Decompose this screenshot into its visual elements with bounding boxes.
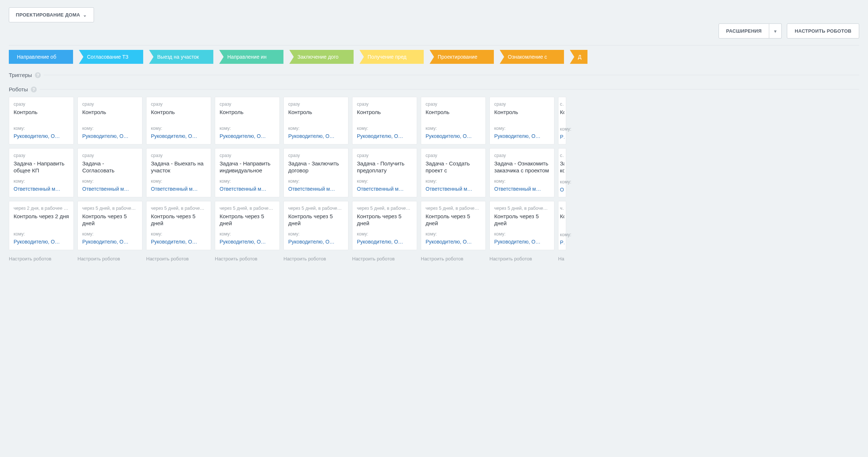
card-to-label: кому:: [220, 126, 275, 131]
robot-card[interactable]: сразуКонтролькому:Руководителю, О…: [489, 97, 554, 145]
card-title: Ко: [560, 213, 564, 220]
robot-card[interactable]: сразуКонтролькому:Руководителю, О…: [77, 97, 142, 145]
robot-card[interactable]: сразуЗадача - Заключить договоркому:Отве…: [283, 148, 348, 197]
card-to-label: кому:: [82, 126, 138, 131]
card-when: через 5 дней, в рабочее …: [426, 206, 481, 211]
robot-card[interactable]: через 5 дней, в рабочее …Контроль через …: [215, 201, 280, 250]
card-to-value: Ответственный м…: [82, 186, 138, 192]
stage-item[interactable]: Проектирование: [430, 50, 494, 64]
robot-card[interactable]: сразуЗадача - Выехать на участоккому:Отв…: [146, 148, 211, 197]
card-to-value: Руководителю, О…: [426, 133, 481, 139]
configure-robots-link[interactable]: Настроить роботов: [352, 256, 417, 262]
card-spacer: [426, 176, 481, 177]
card-to-label: кому:: [288, 126, 344, 131]
robot-card[interactable]: через 5 дней, в рабочее …Контроль через …: [77, 201, 142, 250]
card-spacer: [220, 118, 275, 124]
card-to-value: Руководителю, О…: [14, 239, 69, 245]
robot-card[interactable]: через 5 дней, в рабочее …Контроль через …: [146, 201, 211, 250]
card-to-label: кому:: [14, 231, 69, 237]
stage-item[interactable]: Получение предопл…: [359, 50, 424, 64]
configure-robots-link[interactable]: Настроить роботов: [489, 256, 554, 262]
help-icon[interactable]: ?: [31, 87, 37, 92]
card-when: через 5 дней, в рабочее …: [82, 206, 138, 211]
card-title: Контроль через 5 дней: [151, 213, 206, 227]
robot-card[interactable]: через 5 дней, в рабочее …Контроль через …: [421, 201, 486, 250]
card-to-value: О: [560, 187, 564, 193]
robot-card[interactable]: сразуЗадача - Ознакомить заказчика с про…: [489, 148, 554, 197]
project-dropdown[interactable]: ПРОЕКТИРОВАНИЕ ДОМА ⌄: [9, 7, 94, 22]
robot-card[interactable]: сразуКонтролькому:Руководителю, О…: [9, 97, 74, 145]
card-title: Контроль через 2 дня: [14, 213, 69, 220]
card-to-label: кому:: [220, 179, 275, 184]
card-spacer: [426, 118, 481, 124]
extensions-button[interactable]: РАСШИРЕНИЯ: [719, 23, 770, 39]
stage-item[interactable]: Заключение договора: [289, 50, 354, 64]
card-to-label: кому:: [560, 232, 564, 237]
configure-robots-link[interactable]: Настроить роботов: [146, 256, 211, 262]
robot-card[interactable]: через 5 дней, в рабочее …Контроль через …: [283, 201, 348, 250]
stage-item[interactable]: Направление индив…: [219, 50, 283, 64]
robot-card[interactable]: срЗа кокому:О: [558, 148, 566, 197]
card-to-label: кому:: [82, 179, 138, 184]
robot-card[interactable]: сразуКонтролькому:Руководителю, О…: [352, 97, 417, 145]
robot-card[interactable]: сразуКонтролькому:Руководителю, О…: [146, 97, 211, 145]
card-title: Задача - Выехать на участок: [151, 160, 206, 174]
robot-card[interactable]: сразуЗадача - Согласовать техническое за…: [77, 148, 142, 197]
card-to-label: кому:: [14, 179, 69, 184]
card-spacer: [82, 118, 138, 124]
card-when: сразу: [494, 153, 550, 158]
card-to-label: кому:: [357, 179, 412, 184]
card-to-label: кому:: [151, 179, 206, 184]
robot-card[interactable]: сразуЗадача - Получить предоплатукому:От…: [352, 148, 417, 197]
configure-robots-link[interactable]: Настроить роботов: [77, 256, 142, 262]
card-spacer: [494, 118, 550, 124]
configure-robots-link[interactable]: Настроить роботов: [9, 256, 74, 262]
card-when: сразу: [426, 102, 481, 107]
card-spacer: [560, 222, 564, 230]
card-when: сразу: [82, 102, 138, 107]
robot-card[interactable]: сразуЗадача - Направить индивидуальноеко…: [215, 148, 280, 197]
card-title: Контроль: [357, 109, 412, 116]
card-to-label: кому:: [14, 126, 69, 131]
stage-label: Направление общег…: [17, 54, 70, 60]
configure-robots-link[interactable]: На: [558, 256, 566, 262]
robot-card[interactable]: сразуЗадача - Создать проект скому:Ответ…: [421, 148, 486, 197]
robot-card[interactable]: чеКокому:Ру: [558, 201, 566, 250]
card-to-value: Ответственный м…: [220, 186, 275, 192]
card-title: Задача - Направить общее КП: [14, 160, 69, 174]
help-icon[interactable]: ?: [35, 72, 41, 78]
stage-label: Согласование ТЗ: [87, 54, 129, 60]
stage-item[interactable]: Согласование ТЗ: [79, 50, 143, 64]
stage-pipeline: Направление общег…Согласование ТЗВыезд н…: [9, 50, 859, 64]
card-when: сразу: [494, 102, 550, 107]
configure-robots-link[interactable]: Настроить роботов: [421, 256, 486, 262]
card-to-value: Руководителю, О…: [151, 133, 206, 139]
robot-card[interactable]: сразуКонтролькому:Руководителю, О…: [215, 97, 280, 145]
robot-card[interactable]: сразуЗадача - Направить общее КПкому:Отв…: [9, 148, 74, 197]
robot-card[interactable]: срКокому:Ру: [558, 97, 566, 145]
card-to-value: Руководителю, О…: [426, 239, 481, 245]
card-to-label: кому:: [560, 127, 564, 132]
robot-card[interactable]: сразуКонтролькому:Руководителю, О…: [421, 97, 486, 145]
stage-item[interactable]: Ознакомление с про…: [500, 50, 564, 64]
card-title: Контроль через 5 дней: [494, 213, 550, 227]
robot-card[interactable]: сразуКонтролькому:Руководителю, О…: [283, 97, 348, 145]
stage-item[interactable]: Направление общег…: [9, 50, 73, 64]
configure-robots-link[interactable]: Настроить роботов: [215, 256, 280, 262]
stage-item[interactable]: Д: [570, 50, 587, 64]
caret-down-icon: ▾: [774, 28, 777, 34]
stage-label: Д: [578, 54, 581, 60]
card-title: Контроль через 5 дней: [220, 213, 275, 227]
robot-card[interactable]: через 2 дня, в рабочее в…Контроль через …: [9, 201, 74, 250]
configure-robots-button[interactable]: НАСТРОИТЬ РОБОТОВ: [787, 23, 859, 39]
card-when: че: [560, 206, 564, 211]
card-to-label: кому:: [151, 126, 206, 131]
robot-card[interactable]: через 5 дней, в рабочее …Контроль через …: [352, 201, 417, 250]
extensions-caret[interactable]: ▾: [769, 23, 782, 39]
configure-robots-link[interactable]: Настроить роботов: [283, 256, 348, 262]
robot-card[interactable]: через 5 дней, в рабочее …Контроль через …: [489, 201, 554, 250]
card-when: сразу: [82, 153, 138, 158]
card-title: Контроль: [151, 109, 206, 116]
section-robots: Роботы ?: [9, 86, 859, 92]
stage-item[interactable]: Выезд на участок: [149, 50, 213, 64]
